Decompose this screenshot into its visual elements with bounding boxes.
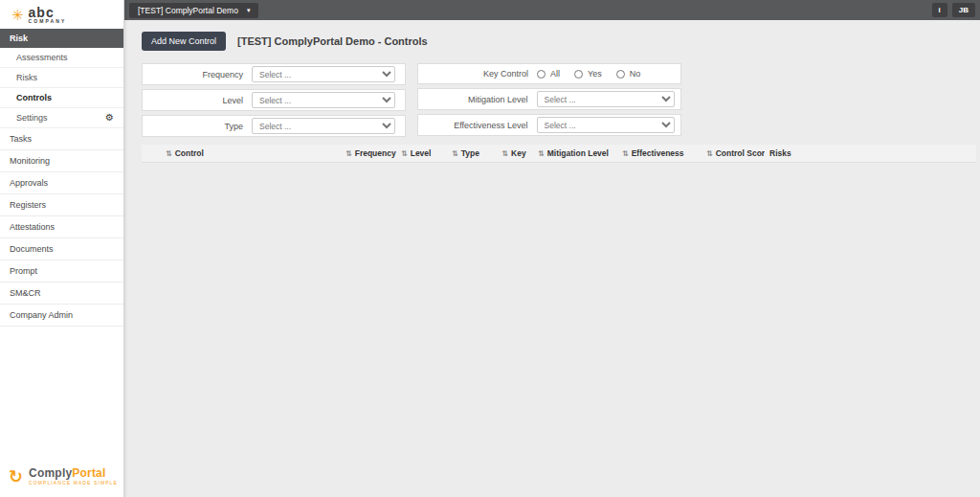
column-header-label: Control [175, 148, 204, 158]
risk-subnav: AssessmentsRisksControlsSettings⚙ [0, 48, 123, 128]
key-control-option-label: All [550, 69, 560, 79]
column-header-control-score[interactable]: ⇅Control Score [702, 145, 765, 163]
sidebar-section-risk[interactable]: Risk [0, 29, 123, 48]
sidebar-item-prompt[interactable]: Prompt [0, 260, 123, 282]
key-control-radio-group: All Yes No [537, 69, 652, 79]
sort-icon: ⇅ [166, 149, 172, 158]
sidebar-item-monitoring[interactable]: Monitoring [0, 150, 123, 172]
sidebar-subitem-label: Risks [16, 73, 37, 82]
table-header-row: ⇅Control⇅Frequency⇅Level⇅Type⇅Key⇅Mitiga… [142, 145, 976, 163]
mitigation-level-label: Mitigation Level [424, 95, 537, 104]
actions-header [924, 145, 976, 163]
sidebar-item-tasks[interactable]: Tasks [0, 128, 123, 150]
page-title: [TEST] ComplyPortal Demo - Controls [237, 35, 428, 47]
info-button[interactable]: i [932, 3, 947, 17]
user-menu-button[interactable]: JB [952, 3, 975, 17]
sidebar-subitem-label: Settings [16, 113, 48, 123]
column-header-effectiveness[interactable]: ⇅Effectiveness [617, 145, 702, 163]
mitigation-level-select[interactable]: Select ... [537, 91, 675, 107]
brand-name: ComplyPortal [29, 467, 118, 481]
brand-text-block: ComplyPortal Compliance Made Simple [29, 467, 118, 486]
column-header-label: Mitigation Level [547, 148, 609, 158]
type-select[interactable]: Select ... [252, 118, 395, 134]
sidebar: ✳ abc company Risk AssessmentsRisksContr… [0, 0, 124, 497]
brand-name-part: Portal [72, 466, 105, 480]
company-logo-text-block: abc company [29, 6, 67, 24]
sidebar-item-documents[interactable]: Documents [0, 238, 123, 260]
sort-icon: ⇅ [452, 149, 458, 158]
sidebar-subitem-assessments[interactable]: Assessments [0, 48, 123, 68]
workspace-dropdown[interactable]: [TEST] ComplyPortal Demo ▾ [129, 3, 258, 18]
filter-mitigation-level: Mitigation Level Select ... [417, 88, 681, 110]
sidebar-subitem-label: Assessments [16, 53, 68, 62]
key-control-option-label: No [630, 69, 641, 79]
filter-level: Level Select ... [142, 89, 406, 111]
key-control-radio-no[interactable] [616, 70, 625, 79]
company-logo-subtext: company [29, 19, 67, 24]
row-number-header [142, 145, 161, 163]
controls-table: ⇅Control⇅Frequency⇅Level⇅Type⇅Key⇅Mitiga… [142, 145, 976, 163]
sidebar-item-sm-cr[interactable]: SM&CR [0, 282, 123, 305]
frequency-select[interactable]: Select ... [252, 66, 395, 82]
sort-icon: ⇅ [401, 149, 408, 158]
complyportal-logo-icon: ↻ [9, 468, 23, 486]
sidebar-item-approvals[interactable]: Approvals [0, 172, 123, 194]
key-control-radio-yes[interactable] [574, 70, 583, 79]
column-header-risks: Risks [765, 145, 924, 163]
filter-effectiveness-level: Effectiveness Level Select ... [417, 114, 681, 136]
filter-type: Type Select ... [142, 115, 406, 137]
sort-icon: ⇅ [622, 149, 629, 158]
column-header-label: Control Score [716, 148, 765, 158]
filter-column-left: Frequency Select ... Level Select ... Ty… [142, 63, 406, 137]
company-logo-text: abc [29, 6, 67, 19]
content: Add New Control [TEST] ComplyPortal Demo… [124, 20, 980, 497]
sidebar-subitem-controls[interactable]: Controls [0, 88, 123, 108]
main-area: [TEST] ComplyPortal Demo ▾ i JB Add New … [124, 0, 980, 497]
topbar: [TEST] ComplyPortal Demo ▾ i JB [124, 0, 980, 20]
column-header-control[interactable]: ⇅Control [161, 145, 341, 163]
company-logo-icon: ✳ [11, 8, 24, 22]
sidebar-subitem-label: Controls [16, 93, 52, 102]
add-new-control-button[interactable]: Add New Control [142, 32, 226, 51]
level-label: Level [148, 96, 252, 105]
column-header-mitigation-level[interactable]: ⇅Mitigation Level [533, 145, 617, 163]
column-header-key[interactable]: ⇅Key [495, 145, 533, 163]
sort-icon: ⇅ [538, 149, 545, 158]
column-header-label: Frequency [355, 148, 396, 158]
effectiveness-level-select[interactable]: Select ... [537, 117, 675, 133]
sidebar-item-registers[interactable]: Registers [0, 194, 123, 216]
frequency-label: Frequency [148, 70, 252, 79]
key-control-label: Key Control [424, 69, 537, 79]
level-select[interactable]: Select ... [252, 92, 395, 108]
workspace-dropdown-label: [TEST] ComplyPortal Demo [138, 6, 238, 15]
brand-tagline: Compliance Made Simple [29, 481, 118, 486]
gear-icon[interactable]: ⚙ [105, 113, 114, 123]
filters-panel: Frequency Select ... Level Select ... Ty… [142, 63, 976, 137]
column-header-label: Type [461, 148, 479, 158]
sort-icon: ⇅ [345, 149, 352, 158]
column-header-label: Key [511, 148, 526, 158]
filter-column-right: Key Control All Yes No Mitigation Level … [417, 63, 681, 137]
column-header-level[interactable]: ⇅Level [396, 145, 447, 163]
sidebar-item-attestations[interactable]: Attestations [0, 216, 123, 238]
key-control-radio-all[interactable] [537, 70, 546, 79]
column-header-type[interactable]: ⇅Type [447, 145, 495, 163]
sidebar-subitem-risks[interactable]: Risks [0, 68, 123, 88]
chevron-down-icon: ▾ [247, 7, 251, 13]
sort-icon: ⇅ [706, 149, 713, 158]
sidebar-items: TasksMonitoringApprovalsRegistersAttesta… [0, 128, 123, 327]
column-header-label: Effectiveness [632, 148, 684, 158]
column-header-label: Risks [769, 148, 791, 158]
sidebar-nav: Risk AssessmentsRisksControlsSettings⚙ T… [0, 29, 123, 327]
company-logo: ✳ abc company [0, 0, 123, 29]
sidebar-item-company-admin[interactable]: Company Admin [0, 305, 123, 327]
effectiveness-level-label: Effectiveness Level [424, 121, 537, 130]
complyportal-brand: ↻ ComplyPortal Compliance Made Simple [9, 467, 118, 486]
column-header-frequency[interactable]: ⇅Frequency [341, 145, 396, 163]
page-header: Add New Control [TEST] ComplyPortal Demo… [142, 31, 976, 52]
column-header-label: Level [411, 148, 432, 158]
brand-name-part: Comply [29, 466, 72, 480]
filter-frequency: Frequency Select ... [142, 63, 406, 85]
app-root: ✳ abc company Risk AssessmentsRisksContr… [0, 0, 980, 497]
sidebar-subitem-settings[interactable]: Settings⚙ [0, 108, 123, 128]
